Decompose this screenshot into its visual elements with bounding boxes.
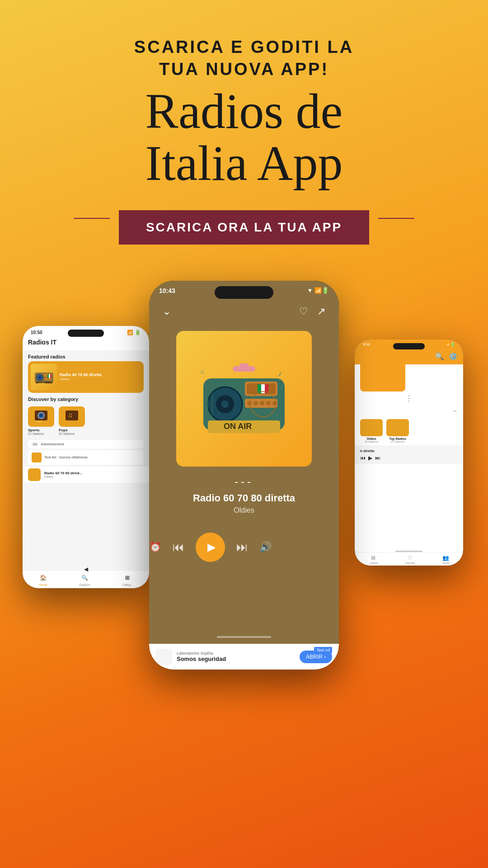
svg-rect-6 (49, 374, 50, 378)
back-btn[interactable]: ◀ (84, 566, 88, 572)
recent-info: Radio 60 70 80 dired... Oldies (44, 471, 82, 478)
ad-company: Laboratorios Sophia (177, 651, 295, 656)
top-radios-name: Top Radios (389, 437, 406, 440)
boombox-illustration: ♪ ♫ ♪ ON AIR (194, 354, 294, 444)
next-btn[interactable]: ⏭ (375, 455, 380, 461)
category-pops[interactable]: ♫ Pops 20 Stations (59, 406, 86, 435)
down-chevron-icon[interactable]: ⌄ (163, 306, 171, 317)
svg-text:♪: ♪ (278, 369, 282, 378)
search-icon[interactable]: 🔍 (435, 352, 444, 361)
svg-text:RAD: RAD (36, 420, 42, 423)
top-radios-icon (386, 419, 409, 436)
recent-icon (28, 468, 41, 481)
featured-img: ON AIR (31, 364, 57, 390)
right-categories: Oldies 20 Stations Top Radios 21 Station… (355, 416, 463, 446)
recent-item[interactable]: Radio 60 70 80 dired... Oldies (23, 467, 149, 483)
settings-icon[interactable]: ⚙️ (449, 352, 458, 361)
alarm-icon[interactable]: ⏰ (149, 541, 161, 553)
right-player-bar: h diretta ⏮ ▶ ⏭ (355, 446, 463, 464)
phone-left: 10:50 📶 🔋 Radios IT Featured radios (23, 326, 149, 588)
nav-explore[interactable]: 🔍 Explore (80, 573, 90, 586)
top-radios-count: 21 Stations (391, 440, 404, 443)
svg-rect-5 (47, 374, 49, 378)
share-icon[interactable]: ↗ (317, 306, 325, 317)
nav-category[interactable]: ⊞ Categ... (122, 573, 133, 586)
phone-right: 9:12 📶🔋 🔍 ⚙️ ⋮ → Oldies 20 Stat (355, 340, 463, 566)
oldies-count: 20 Stations (365, 440, 378, 443)
ad-logo (156, 649, 172, 665)
svg-point-2 (38, 376, 41, 379)
nav-explore-label: Explore (80, 583, 90, 586)
category-sports[interactable]: RAD Sports 21 Stations (28, 406, 55, 435)
next-track-icon[interactable]: ⏭ (236, 540, 248, 554)
main-title: Radios de Italia App (0, 85, 488, 190)
pops-name: Pops (59, 428, 86, 432)
svg-point-30 (260, 401, 264, 406)
svg-text:ON AIR: ON AIR (38, 382, 45, 384)
play-button[interactable] (196, 533, 225, 562)
ad-main-text: Somos seguridad (177, 656, 295, 662)
home-icon: 🏠 (38, 573, 47, 582)
left-featured-title: Featured radios (23, 350, 149, 361)
subtitle-text: SCARICA E GODITI LA TUA NUOVA APP! (0, 36, 488, 81)
heart-icon[interactable]: ♡ (299, 306, 308, 317)
center-ad-bar: Laboratorios Sophia Somos seguridad ABRI… (149, 644, 339, 670)
cta-line-left (74, 218, 110, 219)
right-player-controls: ⏮ ▶ ⏭ (360, 455, 458, 461)
right-nav-cat-label: ...tegory (368, 561, 378, 564)
svg-rect-25 (261, 384, 265, 393)
right-cat-oldies[interactable]: Oldies 20 Stations (360, 419, 383, 443)
svg-point-19 (221, 401, 229, 408)
featured-name: Radio 60 70 80 diretta (60, 373, 102, 377)
svg-point-12 (40, 414, 42, 417)
explore-icon: 🔍 (80, 573, 89, 582)
left-app-title: Radios IT (28, 339, 144, 346)
volume-icon[interactable]: 🔊 (259, 541, 272, 553)
svg-point-32 (272, 401, 277, 406)
album-art: ♪ ♫ ♪ ON AIR (176, 331, 312, 467)
home-indicator (217, 636, 271, 638)
sports-name: Sports (28, 428, 55, 432)
left-bottom-nav: 🏠 Home 🔍 Explore ⊞ Categ... (23, 570, 149, 588)
sports-icon: RAD (28, 406, 54, 427)
header-section: SCARICA E GODITI LA TUA NUOVA APP! Radio… (0, 0, 488, 245)
left-phone-screen: 10:50 📶 🔋 Radios IT Featured radios (23, 326, 149, 588)
category-icon: ⊞ (123, 573, 132, 582)
right-nav-category[interactable]: ⊞ ...tegory (368, 555, 378, 564)
featured-info: Radio 60 70 80 diretta Oldies (60, 373, 102, 381)
center-phone-screen: 10:43 ▼ 📶🔋 ⌄ ♡ ↗ (149, 281, 339, 670)
right-player-title: h diretta (360, 449, 458, 453)
cta-button[interactable]: SCARICA ORA LA TUA APP (119, 210, 369, 245)
right-phone-screen: 9:12 📶🔋 🔍 ⚙️ ⋮ → Oldies 20 Stat (355, 340, 463, 566)
song-info: --- Radio 60 70 80 diretta Oldies (149, 476, 339, 514)
nav-home[interactable]: 🏠 Home (38, 573, 47, 586)
player-controls: ⏰ ⏮ ⏭ 🔊 (149, 533, 339, 562)
left-ad-section: Ad Advertisement (28, 440, 144, 448)
svg-rect-7 (50, 374, 52, 378)
oldies-name: Oldies (366, 437, 376, 440)
svg-rect-4 (45, 378, 51, 380)
svg-point-31 (266, 401, 271, 406)
prev-track-icon[interactable]: ⏮ (173, 540, 184, 554)
featured-card[interactable]: ON AIR Radio 60 70 80 diretta Oldies (28, 361, 144, 393)
song-genre: Oldies (149, 506, 339, 514)
cta-line-right (378, 218, 414, 219)
right-nav-favorite[interactable]: ♡ Favorite (405, 555, 415, 564)
svg-text:♫: ♫ (68, 411, 73, 419)
social-nav-icon: 👥 (442, 555, 449, 561)
more-options[interactable]: ⋮ (355, 392, 463, 406)
oldies-icon (360, 419, 383, 436)
right-orange-block (360, 364, 405, 392)
song-title: Radio 60 70 80 diretta (149, 492, 339, 504)
right-nav-social-label: Social (442, 561, 450, 564)
prev-btn[interactable]: ⏮ (360, 455, 366, 461)
right-arrow[interactable]: → (355, 406, 463, 416)
svg-text:ON AIR: ON AIR (224, 422, 252, 431)
play-btn-right[interactable]: ▶ (368, 455, 372, 461)
nav-cat-label: Categ... (122, 583, 133, 586)
nav-home-label: Home (39, 583, 47, 586)
phones-section: 10:50 📶 🔋 Radios IT Featured radios (0, 272, 488, 778)
right-nav-social[interactable]: 👥 Social (442, 555, 450, 564)
phone-center: 10:43 ▼ 📶🔋 ⌄ ♡ ↗ (149, 281, 339, 670)
right-cat-top[interactable]: Top Radios 21 Stations (386, 419, 409, 443)
